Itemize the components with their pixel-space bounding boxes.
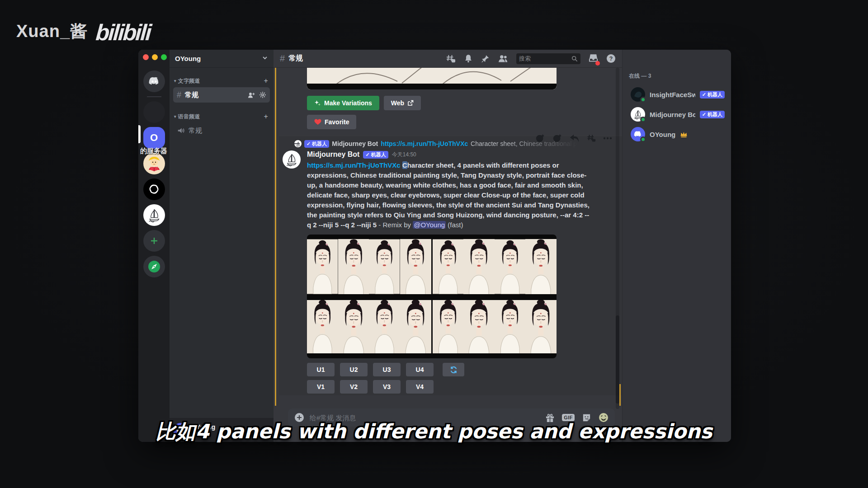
server-item-chatgpt[interactable] <box>143 178 165 200</box>
inbox-unread-badge <box>595 61 600 66</box>
channel-changgui-text[interactable]: # 常规 <box>173 87 270 103</box>
member-insightface[interactable]: InsightFaceSw... ✓ 机器人 <box>629 84 726 104</box>
member-oyoung[interactable]: OYoung <box>629 124 726 144</box>
generated-image-grid[interactable] <box>307 235 557 358</box>
u1-button[interactable]: U1 <box>307 363 335 376</box>
category-text-channels[interactable]: ▾ 文字频道 + <box>173 74 270 87</box>
reply-spine <box>294 143 300 149</box>
v4-button[interactable]: V4 <box>406 380 434 394</box>
category-label: 语音频道 <box>178 113 200 121</box>
server-item-reading-boy[interactable] <box>143 153 165 174</box>
speaker-icon <box>177 127 185 135</box>
bilibili-logo: bilibili <box>95 23 151 43</box>
zoom-window-button[interactable] <box>161 54 167 60</box>
sailboat-icon <box>284 152 299 167</box>
face-panel <box>400 300 431 353</box>
channel-settings-gear-icon[interactable] <box>259 91 266 99</box>
server-item-dark[interactable] <box>143 101 165 123</box>
member-list-icon[interactable] <box>498 54 508 63</box>
online-status-dot <box>640 136 646 142</box>
video-subtitle: 比如4 panels with different poses and expr… <box>0 418 868 445</box>
channel-changgui-voice[interactable]: 常规 <box>173 123 270 138</box>
member-midjourney-bot[interactable]: Midjourney Bot ✓ 机器人 <box>629 104 726 124</box>
midjourney-bot-avatar[interactable] <box>283 150 301 169</box>
discord-window: 的服务器 O <box>138 50 731 442</box>
openai-logo-icon <box>148 183 160 195</box>
message-scroll-area[interactable]: Make Variations Web <box>274 68 622 442</box>
online-status-dot <box>640 117 646 122</box>
pinned-messages-icon[interactable] <box>481 54 490 63</box>
favorite-button[interactable]: Favorite <box>307 115 356 129</box>
user-mention[interactable]: @OYoung <box>413 221 446 229</box>
create-thread-icon[interactable] <box>587 134 596 143</box>
u3-button[interactable]: U3 <box>373 363 401 376</box>
face-panel <box>307 239 338 294</box>
window-controls[interactable] <box>143 54 167 60</box>
explore-servers-button[interactable] <box>143 256 165 277</box>
refresh-icon <box>450 366 458 374</box>
bot-badge: ✓ 机器人 <box>363 151 388 159</box>
heart-icon <box>314 119 321 125</box>
reading-boy-icon <box>145 155 163 173</box>
invite-people-icon[interactable] <box>248 92 255 99</box>
message-author[interactable]: Midjourney Bot <box>307 150 359 159</box>
home-button[interactable] <box>143 70 165 92</box>
threads-icon[interactable] <box>446 54 456 63</box>
add-server-button[interactable] <box>143 230 165 252</box>
sailboat-icon <box>146 207 162 223</box>
channel-label: 常规 <box>185 91 198 99</box>
channel-title: 常规 <box>288 54 303 63</box>
server-header[interactable]: OYoung <box>170 50 274 68</box>
minimize-window-button[interactable] <box>152 54 158 60</box>
server-item-oyoung[interactable]: O <box>143 127 165 149</box>
create-channel-button[interactable]: + <box>264 113 268 121</box>
u4-button[interactable]: U4 <box>406 363 434 376</box>
bot-badge: ✓ 机器人 <box>700 111 725 118</box>
v3-button[interactable]: V3 <box>373 380 401 394</box>
v1-button[interactable]: V1 <box>307 380 335 394</box>
notifications-bell-icon[interactable] <box>464 54 473 63</box>
search-box[interactable] <box>516 53 580 64</box>
make-variations-button[interactable]: Make Variations <box>307 96 379 110</box>
channel-sidebar: OYoung ▾ 文字频道 + # 常规 <box>170 50 274 442</box>
help-icon[interactable]: ? <box>606 54 616 63</box>
prompt-link[interactable]: https://s.mj.run/Th-jUoThVXc <box>307 161 401 169</box>
add-reaction-icon[interactable] <box>535 133 545 143</box>
hash-icon: # <box>177 90 181 100</box>
reply-author: Midjourney Bot <box>332 140 378 147</box>
watermark-author: Xuan_酱 <box>16 20 88 43</box>
face-panel <box>369 300 400 353</box>
face-panel <box>338 239 369 294</box>
face-panel <box>369 239 400 294</box>
previous-image-bottom[interactable] <box>307 68 557 89</box>
message-midjourney-bot: ✓ 机器人 Midjourney Bot https://s.mj.run/Th… <box>279 136 622 395</box>
face-panel <box>525 239 557 294</box>
message-text: https://s.mj.run/Th-jUoThVXc Character s… <box>307 160 591 230</box>
channel-header: # 常规 <box>274 50 622 68</box>
search-icon <box>571 56 578 62</box>
create-channel-button[interactable]: + <box>264 77 268 85</box>
image-letterbox <box>307 84 557 89</box>
server-rail: 的服务器 O <box>138 50 170 442</box>
more-actions-icon[interactable] <box>603 137 612 140</box>
sparkles-icon <box>314 100 321 107</box>
remix-text: - Remix by <box>377 221 413 229</box>
reply-link[interactable]: https://s.mj.run/Th-jUoThVXc <box>381 140 468 147</box>
discord-logo-icon <box>148 75 160 88</box>
u2-button[interactable]: U2 <box>340 363 368 376</box>
rerun-button[interactable] <box>443 363 464 376</box>
reply-icon[interactable] <box>570 134 580 143</box>
search-input[interactable] <box>519 55 570 62</box>
category-voice-channels[interactable]: ▾ 语音频道 + <box>173 110 270 122</box>
v2-button[interactable]: V2 <box>340 380 368 394</box>
member-name: Midjourney Bot <box>650 111 695 118</box>
close-window-button[interactable] <box>143 54 149 60</box>
member-name: InsightFaceSw... <box>650 91 695 99</box>
category-label: 文字频道 <box>178 77 200 85</box>
face-panel <box>525 300 557 353</box>
server-item-midjourney[interactable] <box>143 204 165 226</box>
face-panel <box>463 300 495 353</box>
message-timestamp: 今天14:50 <box>392 151 416 159</box>
web-button[interactable]: Web <box>384 96 421 110</box>
super-reaction-icon[interactable] <box>552 133 562 143</box>
